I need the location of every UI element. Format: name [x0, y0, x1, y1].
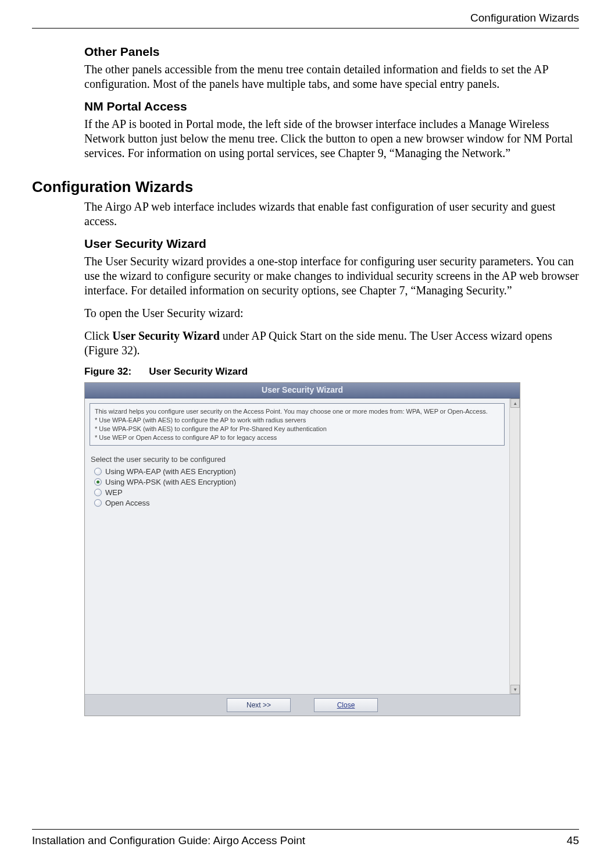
wizard-footer: Next >> Close — [85, 694, 520, 716]
wizard-description: This wizard helps you configure user sec… — [90, 403, 505, 446]
select-label: Select the user security to be configure… — [91, 455, 505, 464]
para-config-wizards: The Airgo AP web interface includes wiza… — [84, 200, 579, 229]
radio-row-wpa-eap[interactable]: Using WPA-EAP (with AES Encryption) — [94, 467, 505, 476]
para-other-panels: The other panels accessible from the men… — [84, 62, 579, 91]
heading-other-panels: Other Panels — [84, 45, 579, 59]
radio-icon[interactable] — [94, 499, 102, 507]
wizard-body-area: This wizard helps you configure user sec… — [85, 399, 520, 694]
desc-bullet: * Use WPA-EAP (with AES) to configure th… — [95, 416, 499, 425]
wizard-spacer — [90, 509, 505, 689]
radio-row-wpa-psk[interactable]: Using WPA-PSK (with AES Encryption) — [94, 478, 505, 486]
close-button[interactable]: Close — [314, 698, 378, 712]
page-number: 45 — [567, 834, 579, 847]
text-pre: Click — [84, 329, 112, 342]
radio-row-wep[interactable]: WEP — [94, 488, 505, 497]
figure-caption: Figure 32:User Security Wizard — [84, 366, 579, 378]
running-header: Configuration Wizards — [32, 12, 579, 24]
radio-label: Open Access — [105, 499, 150, 507]
scrollbar[interactable]: ▴ ▾ — [509, 399, 520, 694]
scroll-up-icon[interactable]: ▴ — [510, 399, 520, 408]
scroll-down-icon[interactable]: ▾ — [510, 685, 520, 694]
radio-list: Using WPA-EAP (with AES Encryption) Usin… — [94, 467, 505, 507]
page-footer: Installation and Configuration Guide: Ai… — [32, 829, 579, 847]
footer-rule — [32, 829, 579, 830]
radio-label: WEP — [105, 488, 123, 497]
radio-icon[interactable] — [94, 489, 102, 496]
wizard-body: This wizard helps you configure user sec… — [85, 399, 509, 694]
radio-label: Using WPA-PSK (with AES Encryption) — [105, 478, 236, 486]
radio-row-open[interactable]: Open Access — [94, 499, 505, 507]
header-rule — [32, 28, 579, 29]
desc-bullet: * Use WEP or Open Access to configure AP… — [95, 433, 499, 442]
radio-label: Using WPA-EAP (with AES Encryption) — [105, 467, 236, 476]
desc-bullet: * Use WPA-PSK (with AES) to configure th… — [95, 425, 499, 433]
heading-config-wizards: Configuration Wizards — [32, 178, 579, 196]
radio-icon[interactable] — [94, 478, 102, 486]
figure-title: User Security Wizard — [149, 366, 248, 377]
next-button[interactable]: Next >> — [227, 698, 291, 712]
wizard-title: User Security Wizard — [85, 383, 520, 399]
radio-icon[interactable] — [94, 468, 102, 475]
text-bold: User Security Wizard — [112, 329, 219, 342]
wizard-screenshot: User Security Wizard This wizard helps y… — [84, 382, 520, 716]
para-user-security-2: To open the User Security wizard: — [84, 306, 579, 321]
desc-line: This wizard helps you configure user sec… — [95, 407, 499, 416]
heading-nm-portal: NM Portal Access — [84, 99, 579, 113]
para-user-security-3: Click User Security Wizard under AP Quic… — [84, 329, 579, 358]
footer-title: Installation and Configuration Guide: Ai… — [32, 834, 305, 847]
heading-user-security: User Security Wizard — [84, 237, 579, 251]
para-user-security-1: The User Security wizard provides a one-… — [84, 254, 579, 298]
figure-label: Figure 32: — [84, 366, 131, 377]
para-nm-portal: If the AP is booted in Portal mode, the … — [84, 117, 579, 161]
